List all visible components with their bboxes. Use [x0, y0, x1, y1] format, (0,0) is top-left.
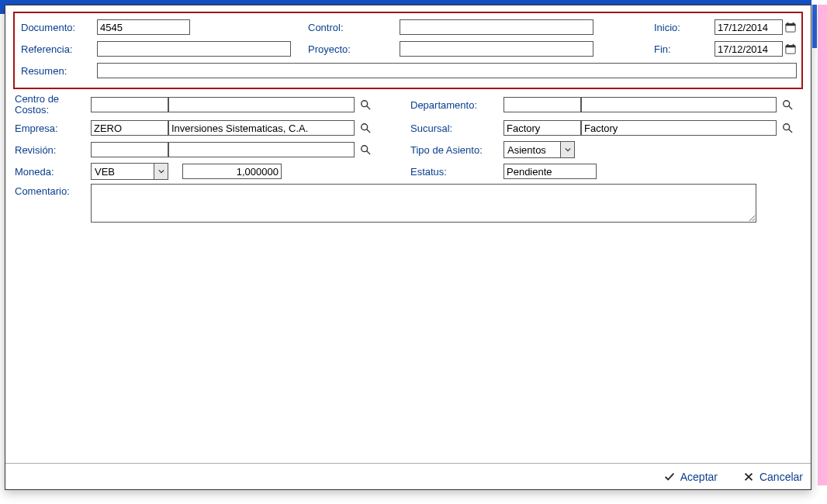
svg-point-16 — [362, 146, 368, 152]
label-comentario: Comentario: — [13, 184, 91, 198]
dialog-body: Documento: Control: Inicio: Referencia: … — [5, 5, 811, 463]
revision-code-input[interactable] — [91, 142, 168, 157]
search-icon[interactable] — [780, 97, 795, 112]
window-edge-decoration — [815, 5, 818, 485]
cancel-button[interactable]: Cancelar — [742, 471, 803, 483]
row-comentario: Comentario: — [13, 184, 803, 223]
label-empresa: Empresa: — [13, 121, 91, 136]
moneda-value[interactable] — [92, 164, 154, 178]
cancel-label: Cancelar — [760, 471, 803, 483]
body-fields-grid: Centro de Costos: Departamento: Empresa: — [13, 92, 803, 182]
row-moneda-left: Moneda: — [13, 161, 395, 182]
empresa-name-input[interactable] — [168, 120, 355, 136]
background-toolbar — [0, 488, 811, 503]
svg-line-9 — [367, 106, 370, 109]
empresa-code-input[interactable] — [91, 120, 168, 136]
label-fin: Fin: — [652, 42, 715, 57]
resumen-input[interactable] — [97, 63, 797, 78]
row-referencia: Referencia: Proyecto: Fin: — [19, 38, 797, 60]
row-estatus-right: Estatus: — [395, 161, 798, 182]
inicio-input[interactable] — [715, 19, 783, 35]
svg-point-14 — [784, 124, 790, 130]
row-empresa-left: Empresa: — [13, 117, 395, 139]
accept-button[interactable]: Aceptar — [663, 471, 718, 483]
moneda-rate-input — [182, 164, 282, 179]
label-moneda: Moneda: — [13, 164, 91, 179]
row-tipo-asiento-right: Tipo de Asiento: — [395, 139, 798, 161]
header-fields-group: Documento: Control: Inicio: Referencia: … — [13, 12, 803, 89]
search-icon[interactable] — [358, 142, 373, 157]
row-revision-left: Revisión: — [13, 139, 395, 161]
documento-input[interactable] — [97, 19, 190, 35]
tipo-asiento-value[interactable] — [504, 143, 560, 157]
edit-dialog: Documento: Control: Inicio: Referencia: … — [5, 5, 811, 490]
calendar-icon[interactable] — [784, 42, 797, 56]
centro-code-input[interactable] — [91, 97, 168, 112]
proyecto-input[interactable] — [400, 41, 593, 57]
chevron-down-icon[interactable] — [560, 142, 574, 157]
row-centro-costos-left: Centro de Costos: — [13, 92, 395, 117]
row-documento: Documento: Control: Inicio: — [19, 16, 797, 38]
row-sucursal-right: Sucursal: — [395, 117, 798, 139]
svg-rect-3 — [793, 22, 794, 25]
window-edge-decoration — [812, 5, 817, 48]
estatus-input — [503, 164, 597, 179]
row-resumen: Resumen: — [19, 60, 797, 81]
search-icon[interactable] — [780, 120, 795, 136]
control-input[interactable] — [400, 19, 593, 35]
svg-line-17 — [367, 151, 370, 154]
referencia-input[interactable] — [97, 41, 291, 57]
label-estatus: Estatus: — [395, 164, 503, 179]
fin-input[interactable] — [715, 41, 783, 57]
window-edge-decoration — [818, 5, 827, 485]
calendar-icon[interactable] — [784, 20, 797, 34]
svg-rect-2 — [787, 22, 789, 25]
x-icon — [742, 471, 755, 483]
row-departamento-right: Departamento: — [395, 92, 798, 117]
sucursal-name-input[interactable] — [581, 120, 777, 136]
label-centro-costos: Centro de Costos: — [13, 92, 91, 118]
sucursal-code-input[interactable] — [503, 120, 581, 136]
accept-label: Aceptar — [680, 471, 718, 483]
svg-point-12 — [362, 124, 368, 130]
svg-line-11 — [789, 106, 792, 109]
label-resumen: Resumen: — [19, 64, 97, 78]
label-departamento: Departamento: — [395, 98, 503, 112]
svg-point-10 — [784, 101, 790, 107]
moneda-select[interactable] — [91, 163, 168, 180]
comentario-textarea[interactable] — [91, 184, 756, 223]
search-icon[interactable] — [358, 97, 373, 112]
label-control: Control: — [306, 20, 400, 35]
svg-point-8 — [362, 101, 368, 107]
depart-code-input[interactable] — [503, 97, 581, 112]
label-documento: Documento: — [19, 20, 97, 35]
check-icon — [663, 471, 676, 483]
dialog-footer: Aceptar Cancelar — [5, 463, 811, 489]
svg-line-15 — [789, 129, 792, 133]
label-inicio: Inicio: — [652, 20, 715, 35]
revision-name-input[interactable] — [168, 142, 355, 157]
tipo-asiento-select[interactable] — [503, 141, 575, 158]
depart-name-input[interactable] — [581, 97, 777, 112]
centro-name-input[interactable] — [168, 97, 355, 112]
search-icon[interactable] — [358, 120, 373, 136]
label-proyecto: Proyecto: — [306, 42, 400, 57]
svg-rect-6 — [787, 44, 789, 47]
label-sucursal: Sucursal: — [395, 121, 503, 136]
svg-line-13 — [367, 129, 370, 133]
label-tipo-asiento: Tipo de Asiento: — [395, 143, 503, 157]
svg-rect-7 — [793, 44, 794, 47]
label-revision: Revisión: — [13, 143, 91, 157]
chevron-down-icon[interactable] — [154, 164, 168, 179]
label-referencia: Referencia: — [19, 42, 97, 57]
